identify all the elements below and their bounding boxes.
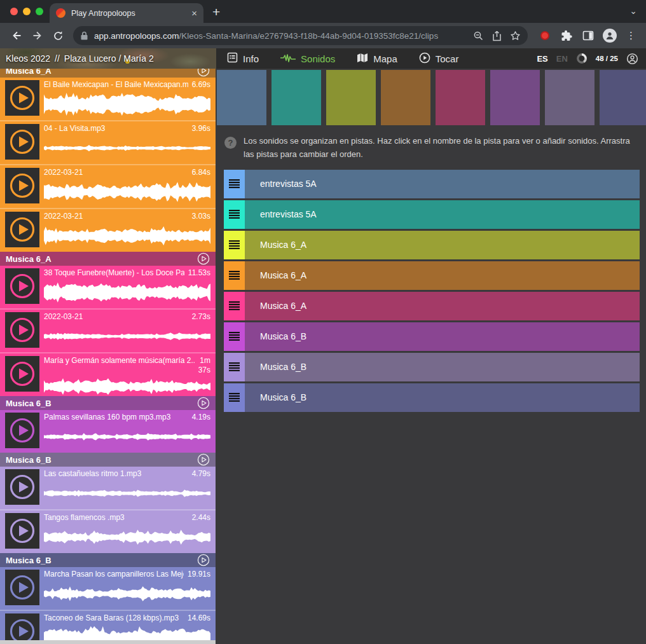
track-drag-handle[interactable] xyxy=(224,322,245,351)
extensions-button[interactable] xyxy=(558,27,575,45)
window-close-button[interactable] xyxy=(10,8,18,15)
waveform[interactable] xyxy=(44,479,210,508)
waveform[interactable] xyxy=(44,579,210,608)
waveform[interactable] xyxy=(44,523,210,552)
waveform[interactable] xyxy=(44,322,210,351)
clip-row[interactable]: 04 - La Visita.mp3 3.96s xyxy=(0,120,216,164)
track-name-button[interactable]: Musica 6_A xyxy=(245,231,640,259)
clip-play-button[interactable] xyxy=(5,312,39,348)
track-drag-handle[interactable] xyxy=(224,200,245,229)
lang-es-button[interactable]: ES xyxy=(537,54,547,64)
waveform[interactable] xyxy=(44,375,210,398)
track-name-button[interactable]: Musica 6_A xyxy=(245,292,640,320)
window-minimize-button[interactable] xyxy=(23,8,31,15)
track-name-button[interactable]: Musica 6_A xyxy=(245,261,640,290)
track-name-button[interactable]: Musica 6_B xyxy=(245,383,640,412)
clip-row[interactable]: Tangos flamencos .mp3 2.44s xyxy=(0,509,216,553)
zoom-indicator-button[interactable] xyxy=(473,31,484,41)
clip-row[interactable]: Taconeo de Sara Baras (128 kbps).mp3 14.… xyxy=(0,610,216,644)
clip-row[interactable]: 2022-03-21 6.84s xyxy=(0,164,216,208)
track-drag-handle[interactable] xyxy=(224,353,245,381)
track-name-button[interactable]: Musica 6_B xyxy=(245,353,640,381)
section-header[interactable]: Musica 6_B xyxy=(0,553,216,567)
track-name-button[interactable]: Musica 6_B xyxy=(245,322,640,351)
section-header[interactable]: Musica 6_A xyxy=(0,252,216,266)
nav-item-info[interactable]: Info xyxy=(216,48,270,69)
recording-extension-button[interactable] xyxy=(536,27,553,45)
clip-row[interactable]: Las castañuelas ritmo 1.mp3 4.79s xyxy=(0,467,216,509)
clip-row[interactable]: 38 Toque Funebre(Muerte) - Los Doce Par.… xyxy=(0,266,216,308)
track-color-swatch[interactable] xyxy=(600,70,646,125)
track-drag-handle[interactable] xyxy=(224,383,245,412)
track-color-swatch[interactable] xyxy=(381,70,430,125)
clip-play-button[interactable] xyxy=(5,513,39,549)
clip-row[interactable]: Marcha Pasan los campanilleros Las Mejor… xyxy=(0,567,216,610)
address-bar[interactable]: app.antropoloops.com/Kleos-Santa-Marina/… xyxy=(73,26,528,45)
nav-item-sonidos[interactable]: Sonidos xyxy=(270,48,346,69)
side-panel-button[interactable] xyxy=(579,27,596,45)
clip-play-button[interactable] xyxy=(5,413,39,448)
account-icon[interactable] xyxy=(626,53,638,65)
clip-play-button[interactable] xyxy=(5,356,39,392)
clip-play-button[interactable] xyxy=(5,212,39,247)
section-play-button[interactable] xyxy=(197,252,210,265)
section-header[interactable]: Musica 6_A xyxy=(0,69,216,78)
section-play-button[interactable] xyxy=(197,453,210,466)
clip-row[interactable]: El Baile Mexicapan - El Baile Mexicapan.… xyxy=(0,78,216,120)
track-drag-handle[interactable] xyxy=(224,231,245,259)
track-name-button[interactable]: entrevistas 5A xyxy=(245,200,640,229)
waveform[interactable] xyxy=(44,221,210,250)
section-header[interactable]: Musica 6_B xyxy=(0,396,216,410)
clip-row[interactable]: 2022-03-21 2.73s xyxy=(0,308,216,352)
clip-row[interactable]: Palmas sevillanas 160 bpm mp3.mp3 4.19s xyxy=(0,410,216,453)
section-play-button[interactable] xyxy=(197,397,210,409)
reload-button[interactable] xyxy=(48,26,68,46)
clip-play-button[interactable] xyxy=(5,80,39,116)
track-color-swatch[interactable] xyxy=(545,70,594,125)
clip-row[interactable]: 2022-03-21 3.03s xyxy=(0,208,216,252)
profile-button[interactable] xyxy=(601,27,618,45)
lang-en-button[interactable]: EN xyxy=(556,54,568,64)
track-drag-handle[interactable] xyxy=(224,292,245,320)
back-button[interactable] xyxy=(6,26,26,46)
browser-menu-button[interactable]: ⋮ xyxy=(622,27,640,45)
clip-play-button[interactable] xyxy=(5,268,39,304)
breadcrumb-scene[interactable]: Plaza Lucero / María 2 xyxy=(64,53,154,64)
waveform[interactable] xyxy=(44,177,210,207)
forward-button[interactable] xyxy=(27,26,47,46)
waveform[interactable] xyxy=(44,278,210,307)
share-button[interactable] xyxy=(492,31,502,41)
clip-row[interactable]: María y Germán solamente música(maría 2.… xyxy=(0,352,216,396)
track-drag-handle[interactable] xyxy=(224,170,245,198)
nav-item-tocar[interactable]: Tocar xyxy=(408,48,470,69)
clip-play-button[interactable] xyxy=(5,613,39,644)
bookmark-button[interactable] xyxy=(510,31,521,41)
scene-thumbnail[interactable]: Kleos 2022//Plaza Lucero / María 2 xyxy=(0,48,216,69)
tab-close-icon[interactable]: × xyxy=(191,8,197,18)
section-play-button[interactable] xyxy=(197,554,210,566)
horizontal-scrollbar[interactable] xyxy=(0,640,216,644)
section-title: Musica 6_B xyxy=(6,399,52,408)
nav-item-mapa[interactable]: Mapa xyxy=(346,48,408,69)
clip-play-button[interactable] xyxy=(5,168,39,203)
waveform[interactable] xyxy=(44,90,210,119)
clip-play-button[interactable] xyxy=(5,469,39,505)
tab-search-chevron-icon[interactable]: ⌄ xyxy=(629,6,637,16)
waveform[interactable] xyxy=(44,422,210,451)
track-color-swatch[interactable] xyxy=(490,70,540,125)
clip-play-button[interactable] xyxy=(5,124,39,160)
clip-play-button[interactable] xyxy=(5,570,39,605)
new-tab-button[interactable]: + xyxy=(212,4,220,20)
track-drag-handle[interactable] xyxy=(224,261,245,290)
track-color-swatch[interactable] xyxy=(271,70,321,125)
breadcrumb-project[interactable]: Kleos 2022 xyxy=(6,53,50,64)
waveform[interactable] xyxy=(44,134,210,163)
track-color-swatch[interactable] xyxy=(436,70,485,125)
track-color-swatch[interactable] xyxy=(326,70,376,125)
browser-tab[interactable]: Play Antropoloops × xyxy=(50,3,203,23)
window-zoom-button[interactable] xyxy=(36,8,43,15)
section-play-button[interactable] xyxy=(197,69,210,77)
track-color-swatch[interactable] xyxy=(217,70,266,125)
track-name-button[interactable]: entrevistas 5A xyxy=(245,170,640,198)
section-header[interactable]: Musica 6_B xyxy=(0,453,216,467)
